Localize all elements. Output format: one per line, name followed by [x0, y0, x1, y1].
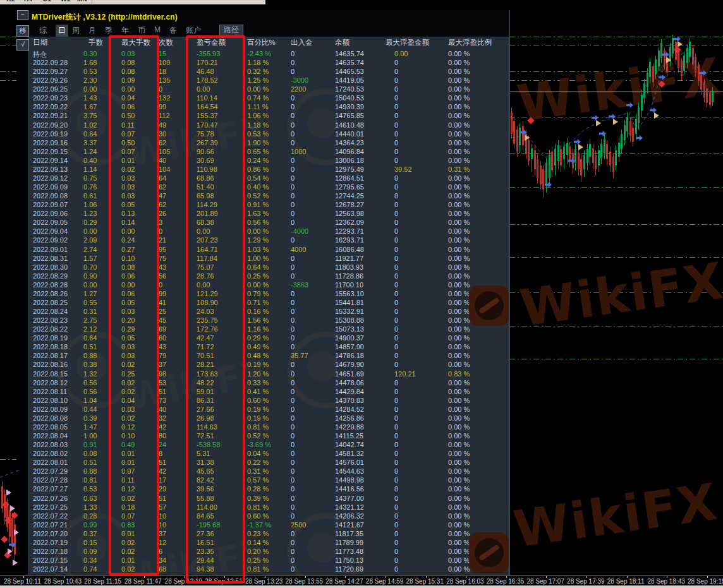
menu-item-9[interactable]: 账户	[186, 25, 201, 36]
row-cell: 2022.09.05	[33, 219, 68, 226]
row-cell: 0.00 %	[448, 255, 470, 262]
row-cell: 68	[159, 565, 166, 573]
menu-item-3[interactable]: 月	[88, 25, 96, 36]
candle-body	[709, 92, 711, 105]
row-cell: 0.00 %	[448, 76, 470, 84]
candle-body	[641, 95, 643, 111]
row-cell: 0.00 %	[448, 503, 470, 511]
row-cell: 0.00 %	[448, 334, 470, 342]
row-cell: 0.88	[83, 467, 97, 475]
menu-item-4[interactable]: 季	[105, 25, 112, 36]
row-cell: 0.00	[83, 227, 97, 235]
row-cell: 0	[394, 255, 398, 262]
time-axis: 28 Sep 10:1128 Sep 10:4328 Sep 11:1528 S…	[0, 575, 723, 586]
candle-body	[598, 150, 600, 165]
row-cell: 0	[291, 432, 295, 440]
row-cell: 104	[159, 165, 170, 173]
row-cell: 1.29 %	[247, 236, 269, 244]
row-cell: 0	[394, 246, 398, 253]
row-cell: 0.39 %	[247, 495, 269, 502]
row-cell: 37	[159, 530, 166, 537]
row-cell: 0	[394, 174, 398, 182]
row-cell: 56	[159, 272, 166, 280]
row-cell: 0	[291, 192, 295, 200]
row-cell: 45	[159, 316, 166, 324]
row-cell: 0.00 %	[448, 485, 470, 493]
candle-body	[672, 38, 674, 54]
row-cell: 0	[291, 379, 295, 387]
chart-gridline	[509, 224, 723, 225]
row-cell: 11750.13	[335, 556, 363, 564]
row-cell: 1.27	[83, 290, 97, 297]
timeframe-button-h4[interactable]: H4	[24, 0, 32, 3]
row-cell: 14765.85	[335, 112, 364, 119]
row-cell: 0	[291, 157, 295, 164]
chart-gridline	[509, 37, 723, 37]
row-cell: 0.00	[83, 85, 97, 93]
mt4-terminal: H1H4D1W1MN WikiFXWikiFXWikiFX − 移√ MTDri…	[0, 0, 723, 588]
row-cell: 0	[291, 316, 295, 324]
row-cell: 0	[291, 503, 295, 511]
row-cell: 80	[159, 432, 166, 440]
check-button[interactable]: √	[16, 39, 29, 51]
row-cell: 0	[394, 148, 398, 155]
row-cell: 0.00 %	[448, 263, 470, 271]
row-cell: 0.57 %	[247, 476, 269, 484]
menu-item-0[interactable]: 综	[39, 25, 47, 36]
menu-item-6[interactable]: 币	[138, 25, 145, 36]
panel-minimize-button[interactable]: −	[17, 10, 28, 20]
row-cell: -2.43 %	[247, 50, 271, 57]
row-cell: 15040.53	[335, 94, 364, 102]
row-cell: 1.06 %	[247, 112, 269, 119]
row-cell: 2022.07.26	[33, 495, 68, 502]
row-cell: 15073.13	[335, 325, 364, 333]
menu-item-8[interactable]: 备	[169, 25, 177, 36]
candle-body	[537, 159, 538, 178]
row-cell: 2022.09.12	[33, 174, 68, 182]
row-cell: 0.00 %	[448, 405, 470, 413]
row-cell: 0.37	[83, 530, 97, 537]
row-cell: 2022.07.20	[33, 530, 68, 537]
path-button[interactable]: 路径	[219, 25, 243, 36]
row-cell: 1.33	[83, 503, 97, 511]
row-cell: 1.04	[83, 397, 97, 404]
row-cell: 0.00 %	[448, 281, 470, 289]
row-cell: 2022.08.17	[33, 352, 68, 359]
timeframe-button-h1[interactable]: H1	[6, 0, 15, 3]
move-button[interactable]: 移	[16, 25, 29, 37]
row-cell: 14440.01	[335, 130, 364, 138]
timeframe-button-w1[interactable]: W1	[61, 0, 70, 3]
row-cell: 1.06	[83, 201, 97, 208]
row-cell: 135	[159, 76, 170, 84]
menu-item-2[interactable]: 周	[72, 25, 80, 36]
timeframe-button-mn[interactable]: MN	[77, 0, 87, 3]
row-cell: 0	[394, 503, 398, 511]
row-cell: 0	[291, 255, 295, 262]
row-cell: 2022.08.03	[33, 441, 68, 448]
menu-item-7[interactable]: M	[154, 25, 161, 34]
row-cell: 95	[159, 246, 166, 253]
row-cell: 2022.08.28	[33, 281, 68, 289]
row-cell: 2022.08.11	[33, 388, 67, 395]
column-header-5: 百分比%	[247, 38, 276, 47]
time-axis-label: 28 Sep 11:15	[84, 578, 121, 585]
column-header-0: 日期	[33, 38, 47, 47]
row-cell: 0	[291, 68, 295, 75]
row-cell: 14042.74	[335, 441, 364, 448]
row-cell: 0.00 %	[448, 495, 470, 502]
row-cell: 0.00 %	[448, 121, 470, 129]
row-cell: 0	[394, 495, 398, 502]
row-cell: 21	[159, 236, 166, 244]
timeframe-toolbar[interactable]: H1H4D1W1MN	[0, 0, 265, 4]
menu-item-1[interactable]: 日	[56, 25, 68, 37]
row-cell: 0	[394, 450, 398, 457]
row-cell: 0.00 %	[448, 183, 470, 191]
row-cell: 16086.48	[335, 246, 364, 253]
timeframe-button-d1[interactable]: D1	[43, 0, 51, 3]
candle-body	[551, 152, 553, 171]
row-cell: 0	[291, 405, 295, 413]
row-cell: -3863	[291, 281, 308, 289]
row-cell: 0.00	[394, 50, 408, 57]
menu-item-5[interactable]: 年	[121, 25, 129, 36]
candle-body	[698, 64, 700, 81]
